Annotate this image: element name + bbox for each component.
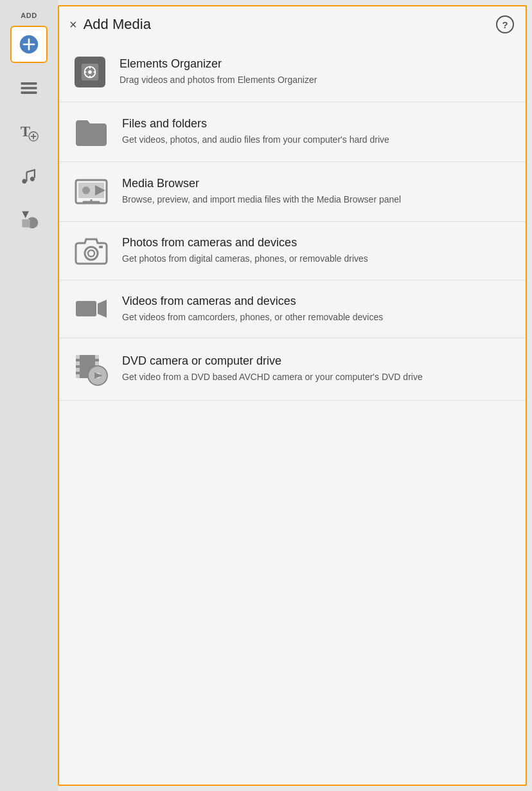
svg-point-27	[85, 247, 98, 260]
videos-cameras-title: Videos from cameras and devices	[122, 295, 510, 308]
sidebar-item-music[interactable]	[10, 157, 48, 194]
menu-item-elements-organizer[interactable]: Elements Organizer Drag videos and photo…	[59, 42, 526, 102]
svg-point-23	[82, 186, 90, 194]
svg-marker-31	[98, 300, 107, 318]
videos-cameras-text: Videos from cameras and devices Get vide…	[122, 295, 510, 324]
elements-organizer-text: Elements Organizer Drag videos and photo…	[120, 57, 510, 87]
add-media-panel: × Add Media ?	[58, 5, 527, 786]
camera-icon	[75, 237, 108, 265]
photos-cameras-text: Photos from cameras and devices Get phot…	[122, 236, 510, 266]
sidebar-item-shapes[interactable]	[10, 201, 48, 238]
media-browser-icon	[75, 176, 108, 207]
elements-organizer-title: Elements Organizer	[120, 57, 510, 71]
svg-rect-36	[76, 374, 80, 378]
photos-cameras-desc: Get photos from digital cameras, phones,…	[122, 253, 510, 266]
help-button[interactable]: ?	[496, 15, 514, 33]
svg-rect-13	[22, 219, 30, 227]
dvd-icon	[75, 352, 108, 386]
photos-cameras-title: Photos from cameras and devices	[122, 236, 510, 250]
panel-header: × Add Media ?	[59, 6, 526, 42]
svg-rect-4	[21, 87, 37, 89]
sidebar: ADD T	[0, 0, 58, 791]
dvd-camera-title: DVD camera or computer drive	[122, 354, 510, 368]
media-browser-text: Media Browser Browse, preview, and impor…	[122, 177, 510, 206]
elements-organizer-icon	[75, 57, 105, 87]
music-icon	[19, 165, 39, 186]
folder-icon	[75, 116, 108, 147]
menu-item-files-folders[interactable]: Files and folders Get videos, photos, an…	[59, 102, 526, 162]
shapes-icon	[19, 209, 39, 230]
subtract-icon	[19, 78, 39, 98]
svg-rect-34	[76, 361, 80, 365]
menu-item-photos-cameras[interactable]: Photos from cameras and devices Get phot…	[59, 222, 526, 280]
svg-rect-35	[76, 368, 80, 372]
svg-rect-37	[95, 355, 99, 359]
plus-icon	[19, 34, 39, 55]
sidebar-item-text[interactable]: T	[10, 113, 48, 150]
sidebar-item-subtract[interactable]	[10, 69, 48, 107]
videos-cameras-desc: Get videos from camcorders, phones, or o…	[122, 311, 510, 324]
svg-rect-3	[21, 82, 37, 85]
svg-rect-33	[76, 355, 80, 359]
text-icon: T	[19, 122, 39, 142]
svg-point-28	[88, 250, 94, 257]
elements-organizer-desc: Drag videos and photos from Elements Org…	[120, 74, 510, 87]
media-browser-desc: Browse, preview, and import media files …	[122, 194, 510, 206]
dvd-camera-text: DVD camera or computer drive Get video f…	[122, 354, 510, 384]
menu-item-media-browser[interactable]: Media Browser Browse, preview, and impor…	[59, 162, 526, 222]
svg-marker-12	[22, 212, 29, 219]
close-button[interactable]: ×	[69, 18, 77, 31]
files-folders-desc: Get videos, photos, and audio files from…	[122, 134, 510, 147]
media-browser-title: Media Browser	[122, 177, 510, 190]
dvd-camera-desc: Get video from a DVD based AVCHD camera …	[122, 371, 510, 384]
menu-item-videos-cameras[interactable]: Videos from cameras and devices Get vide…	[59, 280, 526, 339]
svg-rect-5	[21, 91, 37, 94]
files-folders-title: Files and folders	[122, 117, 510, 131]
svg-rect-38	[95, 361, 99, 365]
sidebar-label: ADD	[21, 12, 37, 19]
files-folders-text: Files and folders Get videos, photos, an…	[122, 117, 510, 147]
sidebar-item-add[interactable]	[10, 26, 48, 63]
svg-rect-30	[76, 301, 96, 316]
panel-header-left: × Add Media	[69, 16, 151, 33]
svg-rect-29	[99, 246, 103, 248]
svg-point-16	[88, 70, 92, 74]
menu-item-dvd-camera[interactable]: DVD camera or computer drive Get video f…	[59, 338, 526, 401]
menu-list: Elements Organizer Drag videos and photo…	[59, 42, 526, 785]
panel-title: Add Media	[84, 16, 151, 33]
video-camera-icon	[75, 296, 108, 322]
